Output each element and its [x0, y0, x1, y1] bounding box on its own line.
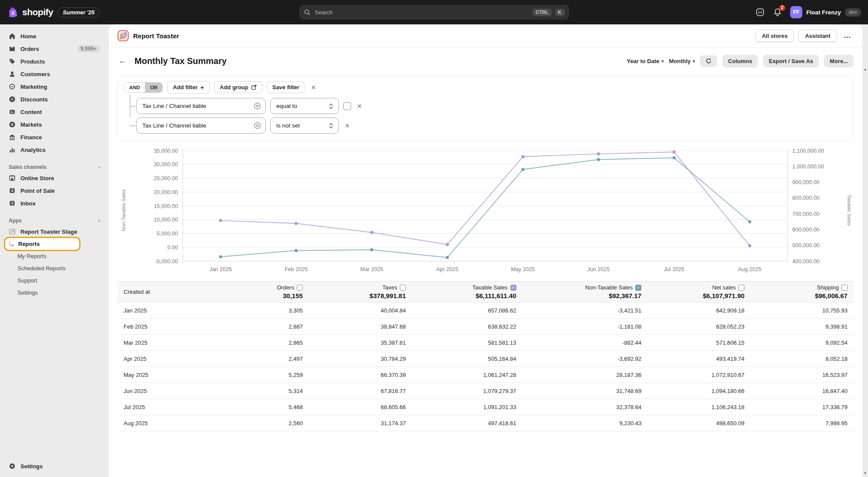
sidebar-item-marketing[interactable]: Marketing [5, 81, 104, 93]
user-menu[interactable]: FF Float Frenzy dev [790, 6, 861, 18]
column-plot-checkbox[interactable]: ✓ [635, 285, 641, 291]
sidebar-item-discounts[interactable]: Discounts [5, 93, 104, 105]
and-or-toggle[interactable]: AND OR [124, 82, 163, 93]
sidebar-item-point-of-sale[interactable]: $ Point of Sale [5, 185, 104, 197]
ctrl-key-hint: CTRL [533, 9, 551, 16]
granularity-dropdown[interactable]: Monthly ▾ [669, 58, 695, 64]
svg-text:Feb 2025: Feb 2025 [285, 266, 308, 272]
filter-operator-select[interactable]: equal to [270, 98, 339, 114]
sidebar-item-label: Point of Sale [20, 188, 55, 194]
sidebar-item-support[interactable]: Support [5, 275, 104, 286]
refresh-icon [705, 58, 712, 64]
table-row[interactable]: May 2025 5,25966,370.391,061,247.2828,18… [117, 367, 854, 383]
row-value: 35,387.81 [309, 339, 412, 346]
more-button[interactable]: More... [824, 55, 854, 67]
row-value: 657,086.62 [412, 307, 523, 314]
refresh-button[interactable] [700, 55, 717, 67]
notifications-bell-icon[interactable]: 2 [773, 7, 782, 17]
filter-value-checkbox[interactable] [343, 102, 351, 110]
remove-filter-icon[interactable]: × [343, 122, 352, 130]
column-label: Non-Taxable Sales [585, 284, 633, 291]
sidebar-item-reports[interactable]: Reports [5, 238, 79, 250]
sidebar-item-customers[interactable]: Customers [5, 68, 104, 80]
shopify-logo[interactable]: S shopify [7, 7, 53, 18]
clear-filters-icon[interactable]: × [309, 84, 318, 91]
plus-icon: + [200, 84, 204, 91]
column-plot-checkbox[interactable] [738, 285, 744, 291]
sidebar-item-inbox[interactable]: S Inbox [5, 197, 104, 209]
column-plot-checkbox[interactable] [841, 285, 848, 291]
filter-operator-select[interactable]: is not set [270, 118, 339, 134]
row-value: 498,650.09 [647, 420, 751, 427]
column-header-non-taxable-sales: Non-Taxable Sales ✓ $92,367.17 [523, 284, 648, 299]
row-value: 505,164.84 [412, 356, 523, 362]
row-value: -882.44 [523, 339, 648, 346]
table-row[interactable]: Feb 2025 2,88738,847.68638,632.22-1,181.… [117, 319, 854, 335]
table-row[interactable]: Jul 2025 5,46868,605.661,091,201.3332,37… [117, 399, 854, 415]
sidebar-item-content[interactable]: Content [5, 106, 104, 118]
column-plot-checkbox[interactable] [400, 285, 406, 291]
user-name: Float Frenzy [806, 9, 841, 16]
table-row[interactable]: Mar 2025 2,86535,387.81581,581.13-882.44… [117, 335, 854, 351]
sidebar-item-markets[interactable]: $ Markets [5, 118, 104, 131]
back-arrow-icon[interactable]: ← [115, 54, 130, 67]
remove-filter-icon[interactable]: × [355, 102, 364, 110]
row-value: 8,052.18 [751, 356, 854, 362]
search-icon [304, 9, 311, 16]
apps-header[interactable]: Apps › [5, 217, 104, 224]
scroll-up-icon[interactable]: ▲ [864, 68, 867, 71]
add-filter-button[interactable]: Add filter + [167, 81, 210, 94]
column-plot-checkbox[interactable] [297, 285, 303, 291]
row-value: 1,094,180.66 [647, 388, 751, 394]
column-header-shipping: Shipping $96,006.67 [751, 284, 854, 299]
sales-channels-header[interactable]: Sales channels › [5, 164, 104, 170]
save-filter-button[interactable]: Save filter [267, 81, 305, 93]
sidebar-item-products[interactable]: Products [5, 55, 104, 67]
assistant-button[interactable]: Assistant [798, 30, 837, 42]
more-options-icon[interactable]: ... [841, 32, 854, 40]
clear-field-icon[interactable] [254, 102, 261, 110]
sidebar-item-home[interactable]: Home [5, 30, 104, 42]
search-bar[interactable]: CTRL K [299, 5, 569, 20]
sidebar-item-label: Report Toaster Stage [20, 228, 77, 235]
row-value: 31,748.69 [523, 388, 648, 394]
sidebar-item-settings-footer[interactable]: Settings [5, 460, 104, 472]
scroll-down-icon[interactable]: ▼ [864, 472, 867, 475]
search-input[interactable] [314, 9, 530, 16]
sidekick-icon[interactable] [755, 7, 765, 17]
sidebar-item-orders[interactable]: Orders 9,999+ [5, 43, 104, 55]
export-save-as-button[interactable]: Export / Save As [763, 55, 819, 67]
sidebar-item-label: Content [20, 109, 42, 115]
svg-text:-5,000.00: -5,000.00 [155, 259, 178, 265]
or-toggle[interactable]: OR [145, 83, 162, 92]
svg-text:Jun 2025: Jun 2025 [587, 266, 610, 272]
date-range-dropdown[interactable]: Year to Date ▾ [627, 58, 664, 64]
clear-field-icon[interactable] [254, 122, 261, 129]
column-label: Taxable Sales [473, 284, 508, 291]
report-toaster-app-icon [117, 30, 129, 41]
all-stores-button[interactable]: All stores [755, 30, 794, 42]
filter-field-input[interactable]: Tax Line / Channel liable [136, 98, 266, 114]
sidebar-item-finance[interactable]: Finance [5, 131, 104, 143]
sidebar-item-online-store[interactable]: Online Store [5, 172, 104, 184]
filter-row: Tax Line / Channel liable is not set × [136, 118, 847, 134]
filter-field-input[interactable]: Tax Line / Channel liable [136, 118, 266, 134]
sidebar-item-settings[interactable]: Settings [5, 287, 104, 299]
columns-button[interactable]: Columns [722, 55, 758, 67]
table-row[interactable]: Jan 2025 3,30540,004.84657,086.62-3,421.… [117, 302, 854, 319]
row-value: 1,091,201.33 [412, 404, 523, 410]
main-content: Report Toaster All stores Assistant ... … [109, 24, 862, 477]
and-toggle[interactable]: AND [124, 83, 145, 92]
sidebar-item-report-toaster-stage[interactable]: Report Toaster Stage [5, 225, 104, 238]
table-row[interactable]: Aug 2025 2,56031,174.37497,418.619,230.4… [117, 415, 854, 431]
add-group-button[interactable]: Add group [214, 81, 262, 93]
vertical-scrollbar[interactable]: ▲ ▼ [862, 24, 868, 477]
sidebar-item-scheduled-reports[interactable]: Scheduled Reports [5, 262, 104, 274]
table-row[interactable]: Apr 2025 2,49730,784.29505,164.84-3,692.… [117, 351, 854, 367]
table-row[interactable]: Jun 2025 5,31467,816.771,079,279.3731,74… [117, 383, 854, 399]
column-plot-checkbox[interactable]: ✓ [510, 285, 516, 291]
date-range-value: Year to Date [627, 58, 659, 64]
row-value: 9,398.91 [751, 323, 854, 330]
sidebar-item-my-reports[interactable]: My Reports [5, 250, 104, 262]
sidebar-item-analytics[interactable]: Analytics [5, 144, 104, 156]
